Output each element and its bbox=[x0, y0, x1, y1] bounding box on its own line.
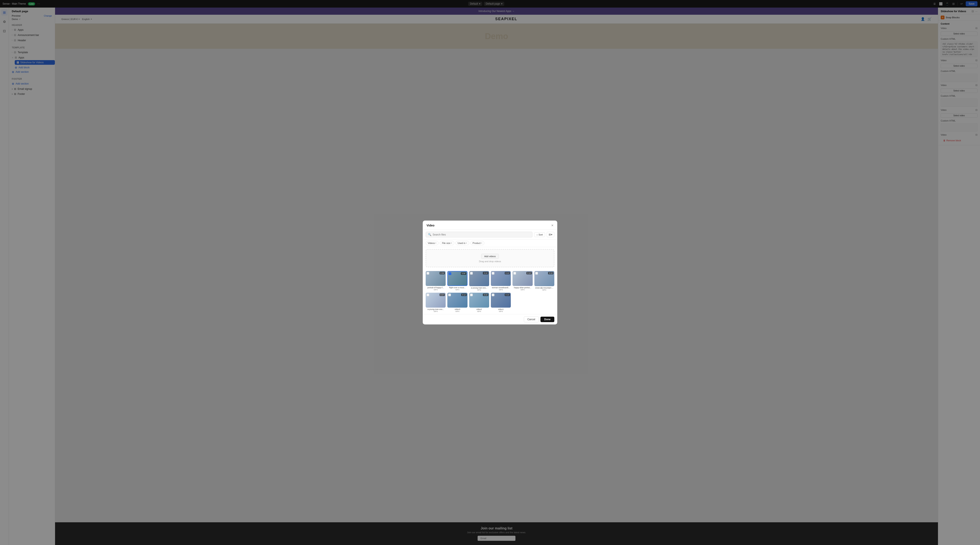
video-duration: 0:10 bbox=[505, 293, 510, 296]
video-item[interactable]: 0:10video2MP4 bbox=[469, 293, 489, 313]
video-format: MP4 bbox=[426, 310, 445, 312]
video-duration: 0:10 bbox=[505, 272, 510, 274]
video-duration: 0:10 bbox=[483, 272, 488, 274]
upload-hint: Drag and drop videos bbox=[430, 260, 550, 263]
video-thumbnail: 0:09 bbox=[447, 271, 467, 286]
search-bar: 🔍 bbox=[426, 232, 533, 237]
sort-icon: ↕ bbox=[536, 233, 538, 236]
video-duration: 0:07 bbox=[439, 293, 445, 296]
video-format: MP4 bbox=[491, 289, 511, 291]
video-name: video1 bbox=[491, 308, 511, 310]
video-item[interactable]: 0:10a-young-man-sno...MP4 bbox=[469, 271, 489, 291]
video-item[interactable]: 0:10woman-snowboardi...MP4 bbox=[491, 271, 511, 291]
video-thumbnail: 0:10 bbox=[491, 293, 511, 308]
video-format: MP4 bbox=[469, 289, 489, 291]
video-item[interactable]: 0:09flight-over-a-mout...MP4 bbox=[447, 271, 467, 291]
video-item[interactable]: 0:10happy-skier-portrai...MP4 bbox=[512, 271, 533, 291]
video-format: MP4 bbox=[491, 310, 511, 312]
video-name: happy-skier-portrai... bbox=[512, 287, 533, 289]
video-item[interactable]: 0:10video1MP4 bbox=[491, 293, 511, 313]
filter-product[interactable]: Product ▾ bbox=[471, 241, 484, 245]
close-button[interactable]: × bbox=[551, 223, 554, 227]
cancel-button[interactable]: Cancel bbox=[524, 316, 539, 322]
modal-title: Video bbox=[426, 224, 434, 227]
video-modal: Video × 🔍 ↕ Sort ⊞▾ Videos ▾ File size ▾ bbox=[423, 221, 557, 324]
video-thumbnail: 0:07 bbox=[426, 293, 445, 308]
modal-overlay[interactable]: Video × 🔍 ↕ Sort ⊞▾ Videos ▾ File size ▾ bbox=[0, 0, 980, 545]
video-duration: 0:10 bbox=[548, 272, 554, 274]
video-item[interactable]: 0:06portrait-of-happy-f...MP4 bbox=[426, 271, 445, 291]
modal-footer: Cancel Done bbox=[423, 314, 557, 324]
filter-file-size-label: File size bbox=[442, 242, 450, 244]
video-duration: 0:10 bbox=[527, 272, 532, 274]
video-format: MP4 bbox=[447, 289, 467, 291]
video-format: MP4 bbox=[535, 289, 554, 291]
filter-used-in[interactable]: Used in ▾ bbox=[455, 241, 469, 245]
filter-file-size[interactable]: File size ▾ bbox=[440, 241, 454, 245]
video-checkbox[interactable] bbox=[492, 293, 495, 296]
filter-bar: Videos ▾ File size ▾ Used in ▾ Product ▾ bbox=[423, 240, 557, 247]
filter-videos-label: Videos bbox=[428, 242, 435, 244]
video-checkbox[interactable] bbox=[470, 293, 473, 296]
video-checkbox[interactable] bbox=[513, 272, 516, 275]
video-checkbox[interactable] bbox=[426, 293, 429, 296]
modal-header: Video × bbox=[423, 221, 557, 229]
video-thumbnail: 0:10 bbox=[535, 271, 554, 286]
video-checkbox[interactable] bbox=[492, 272, 495, 275]
video-duration: 0:09 bbox=[461, 272, 466, 275]
video-thumbnail: 0:06 bbox=[426, 271, 445, 286]
sort-label: Sort bbox=[539, 233, 543, 236]
upload-area: Add videos Drag and drop videos bbox=[426, 249, 554, 267]
video-format: MP4 bbox=[447, 310, 467, 312]
video-format: MP4 bbox=[512, 289, 533, 291]
sort-button[interactable]: ↕ Sort bbox=[534, 232, 545, 237]
video-checkbox[interactable] bbox=[448, 293, 451, 296]
video-name: video2 bbox=[469, 308, 489, 310]
video-thumbnail: 0:10 bbox=[512, 271, 533, 286]
video-name: video3 bbox=[447, 308, 467, 310]
video-thumbnail: 0:12 bbox=[447, 293, 467, 308]
modal-toolbar: 🔍 ↕ Sort ⊞▾ bbox=[423, 229, 557, 240]
video-checkbox[interactable] bbox=[535, 272, 538, 275]
video-duration: 0:06 bbox=[439, 272, 445, 274]
video-format: MP4 bbox=[426, 289, 445, 291]
video-item[interactable]: 0:12video3MP4 bbox=[447, 293, 467, 313]
video-duration: 0:10 bbox=[483, 293, 488, 296]
video-name: portrait-of-happy-f... bbox=[426, 287, 445, 289]
chevron-down-icon: ▾ bbox=[435, 242, 436, 244]
video-item[interactable]: 0:07a-young-man-sno...MP4 bbox=[426, 293, 445, 313]
chevron-down-icon: ▾ bbox=[481, 242, 482, 244]
video-checkbox[interactable] bbox=[470, 272, 473, 275]
video-name: flight-over-a-mout... bbox=[447, 287, 467, 289]
video-name: woman-snowboardi... bbox=[491, 287, 511, 289]
search-icon: 🔍 bbox=[428, 233, 431, 236]
add-videos-button[interactable]: Add videos bbox=[481, 254, 499, 259]
search-input[interactable] bbox=[433, 233, 530, 236]
video-name: snow-alp-mountain-... bbox=[535, 287, 554, 289]
chevron-down-icon: ▾ bbox=[451, 242, 452, 244]
video-thumbnail: 0:10 bbox=[469, 271, 489, 286]
filter-product-label: Product bbox=[473, 242, 480, 244]
video-format: MP4 bbox=[469, 310, 489, 312]
video-thumbnail: 0:10 bbox=[469, 293, 489, 308]
video-grid: 0:06portrait-of-happy-f...MP40:09flight-… bbox=[423, 269, 557, 314]
chevron-down-icon: ▾ bbox=[466, 242, 467, 244]
filter-used-in-label: Used in bbox=[458, 242, 465, 244]
video-name: a-young-man-sno... bbox=[469, 287, 489, 289]
video-item[interactable]: 0:10snow-alp-mountain-...MP4 bbox=[535, 271, 554, 291]
grid-view-button[interactable]: ⊞▾ bbox=[547, 232, 554, 237]
video-name: a-young-man-sno... bbox=[426, 308, 445, 310]
video-duration: 0:12 bbox=[461, 293, 467, 296]
filter-videos[interactable]: Videos ▾ bbox=[426, 241, 439, 245]
done-button[interactable]: Done bbox=[541, 317, 554, 322]
video-checkbox[interactable] bbox=[426, 272, 429, 275]
video-checkbox[interactable] bbox=[449, 272, 451, 275]
video-thumbnail: 0:10 bbox=[491, 271, 511, 286]
